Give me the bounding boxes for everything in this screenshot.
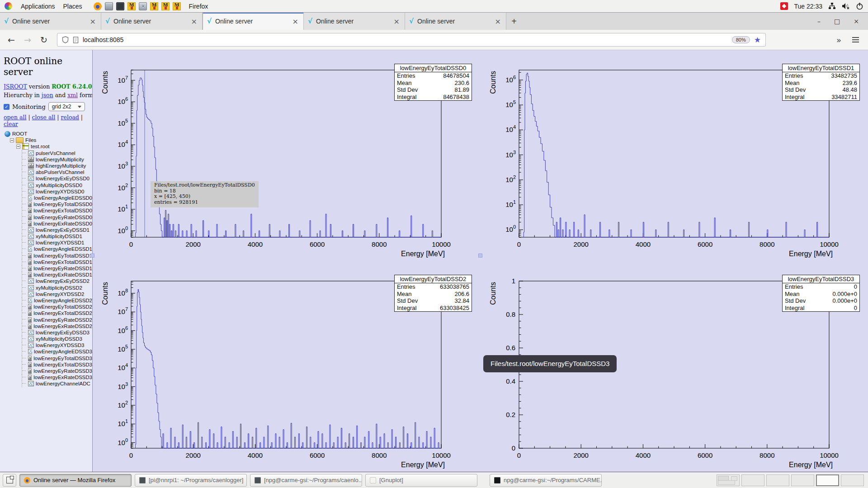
tree-item[interactable]: lowEnergyMultiplicity	[4, 156, 92, 163]
browser-tab[interactable]: √Online server×	[101, 13, 203, 30]
workspace-cell-5[interactable]	[816, 474, 839, 486]
distro-logo-icon[interactable]	[5, 2, 12, 10]
forward-button[interactable]: →	[22, 35, 33, 45]
bookmark-star-icon[interactable]: ★	[754, 35, 761, 45]
tree-item[interactable]: lowEnergyAngleEDSSD3	[4, 348, 92, 355]
tree-item[interactable]: lowEnergyXYDSSD0	[4, 188, 92, 195]
firefox-launcher-icon[interactable]	[94, 2, 102, 10]
tree-item[interactable]: lowEnergyEyTotalDSSD1	[4, 253, 92, 259]
midas-launcher-icon[interactable]	[127, 2, 136, 10]
screenshot-launcher-icon[interactable]	[139, 2, 147, 10]
midas-launcher-icon[interactable]	[150, 2, 158, 10]
tree-item[interactable]: lowEnergyExEyDSSD2	[4, 278, 92, 284]
tree-item[interactable]: xyMultiplicityDSSD3	[4, 336, 92, 342]
terminal-launcher-icon[interactable]	[116, 2, 124, 10]
panel-clock[interactable]: Tue 22:33	[794, 3, 822, 10]
tree-item[interactable]: lowEnergyExTotalDSSD2	[4, 310, 92, 316]
monitoring-checkbox[interactable]: ✓	[4, 104, 9, 110]
tree-item[interactable]: lowEnergyAngleEDSSD2	[4, 297, 92, 304]
stats-box-0[interactable]: lowEnergyEyTotalDSSD0Entries84678504Mean…	[394, 64, 472, 101]
stats-box-1[interactable]: lowEnergyEyTotalDSSD1Entries33482735Mean…	[782, 64, 860, 101]
applications-menu[interactable]: Applications	[17, 3, 59, 10]
tab-close-icon[interactable]: ×	[494, 17, 502, 26]
midas-launcher-icon[interactable]	[173, 2, 181, 10]
tree-item[interactable]: lowEnergyAngleEDSSD0	[4, 195, 92, 201]
window-close-button[interactable]: ×	[854, 18, 859, 25]
tree-item[interactable]: lowEnergyEyTotalDSSD3	[4, 355, 92, 361]
tree-item[interactable]: lowEnergyExEyDSSD0	[4, 175, 92, 182]
tree-item[interactable]: lowEnergyChannelADC	[4, 380, 92, 387]
tree-item[interactable]: lowEnergyEyTotalDSSD2	[4, 304, 92, 310]
tab-close-icon[interactable]: ×	[190, 17, 198, 26]
xml-link[interactable]: xml	[67, 92, 78, 99]
collapse-expander-icon[interactable]	[16, 145, 20, 149]
overflow-menu-icon[interactable]: »	[834, 35, 844, 45]
taskbar-window-button[interactable]: [npg@carme-gsi:~/Programs/caenlo...	[250, 474, 362, 487]
tree-item[interactable]: lowEnergyExTotalDSSD0	[4, 207, 92, 214]
url-text[interactable]: localhost:8085	[83, 36, 123, 43]
power-icon[interactable]	[856, 2, 863, 10]
grid-mode-select[interactable]: grid 2x2	[48, 102, 85, 111]
tree-item[interactable]: lowEnergyExRateDSSD1	[4, 272, 92, 278]
browser-tab[interactable]: √Online server×	[0, 13, 101, 30]
action-link-close-all[interactable]: close all	[32, 114, 56, 121]
tree-item[interactable]: xyMultiplicityDSSD2	[4, 285, 92, 291]
tree-item[interactable]: lowEnergyEyRateDSSD0	[4, 214, 92, 220]
tree-item[interactable]: lowEnergyExTotalDSSD3	[4, 361, 92, 368]
workspace-cell-3[interactable]	[766, 474, 789, 486]
taskbar-window-button[interactable]: Online server — Mozilla Firefox	[19, 474, 132, 487]
jsroot-link[interactable]: JSROOT	[4, 83, 27, 90]
workspace-cell-4[interactable]	[791, 474, 814, 486]
tab-close-icon[interactable]: ×	[89, 17, 97, 26]
zoom-level-badge[interactable]: 80%	[732, 36, 750, 43]
reload-button[interactable]: ↻	[38, 35, 50, 45]
tab-close-icon[interactable]: ×	[292, 17, 299, 26]
tree-item[interactable]: lowEnergyExEyDSSD1	[4, 227, 92, 233]
json-link[interactable]: json	[42, 92, 53, 99]
tree-item[interactable]: lowEnergyExRateDSSD2	[4, 323, 92, 329]
volume-muted-icon[interactable]	[842, 2, 850, 10]
tree-item[interactable]: absPulserVsChannel	[4, 169, 92, 175]
file-manager-launcher-icon[interactable]	[105, 2, 113, 10]
browser-tab[interactable]: √Online server×	[203, 13, 304, 30]
hamburger-menu-icon[interactable]	[849, 37, 863, 42]
tab-close-icon[interactable]: ×	[393, 17, 401, 26]
workspace-cell-1[interactable]	[717, 474, 740, 486]
tree-item[interactable]: xyMultiplicityDSSD1	[4, 233, 92, 239]
tree-item[interactable]: lowEnergyEyRateDSSD2	[4, 316, 92, 323]
tree-item[interactable]: lowEnergyEyRateDSSD3	[4, 368, 92, 374]
updates-notifier-icon[interactable]	[780, 2, 788, 10]
shield-icon[interactable]	[62, 36, 69, 43]
taskbar-window-button[interactable]: npg@carme-gsi:~/Programs/CARME...	[490, 474, 602, 487]
tree-item[interactable]: highEnergyMultiplicity	[4, 163, 92, 169]
tree-item[interactable]: lowEnergyXYDSSD1	[4, 239, 92, 246]
taskbar-window-button[interactable]: [Gnuplot]	[365, 474, 477, 487]
stats-box-2[interactable]: lowEnergyEyTotalDSSD2Entries633038765Mea…	[394, 275, 472, 312]
tree-item-root[interactable]: ROOT	[4, 131, 92, 137]
window-maximize-button[interactable]: □	[834, 18, 840, 25]
window-minimize-button[interactable]: –	[817, 18, 821, 25]
collapse-expander-icon[interactable]	[10, 138, 14, 142]
url-bar[interactable]: localhost:8085 80% ★	[57, 33, 766, 47]
tree-item[interactable]: lowEnergyEyRateDSSD1	[4, 265, 92, 272]
tree-item[interactable]: lowEnergyExEyDSSD3	[4, 329, 92, 336]
taskbar-window-button[interactable]: [pi@nnrpi1: ~/Programs/caenlogger]	[135, 474, 247, 487]
back-button[interactable]: ←	[5, 35, 17, 45]
tree-item[interactable]: lowEnergyAngleEDSSD1	[4, 246, 92, 252]
tree-item[interactable]: lowEnergyXYDSSD3	[4, 342, 92, 348]
workspace-cell-6[interactable]	[841, 474, 864, 486]
tree-item[interactable]: lowEnergyExRateDSSD3	[4, 374, 92, 380]
tree-item[interactable]: lowEnergyExRateDSSD0	[4, 221, 92, 227]
browser-tab[interactable]: √Online server×	[405, 13, 506, 30]
network-icon[interactable]	[828, 2, 836, 10]
tree-item-files[interactable]: Files	[4, 137, 92, 143]
browser-tab[interactable]: √Online server×	[304, 13, 405, 30]
tree-item[interactable]: lowEnergyExTotalDSSD1	[4, 259, 92, 265]
action-link-reload[interactable]: reload	[61, 114, 79, 121]
tree-item[interactable]: lowEnergyEyTotalDSSD0	[4, 201, 92, 207]
show-desktop-button[interactable]	[3, 474, 16, 487]
midas-launcher-icon[interactable]	[161, 2, 170, 10]
tree-item[interactable]: pulserVsChannel	[4, 150, 92, 156]
tree-item-test-root[interactable]: test.root	[4, 143, 92, 150]
tree-item[interactable]: xyMultiplicityDSSD0	[4, 182, 92, 188]
